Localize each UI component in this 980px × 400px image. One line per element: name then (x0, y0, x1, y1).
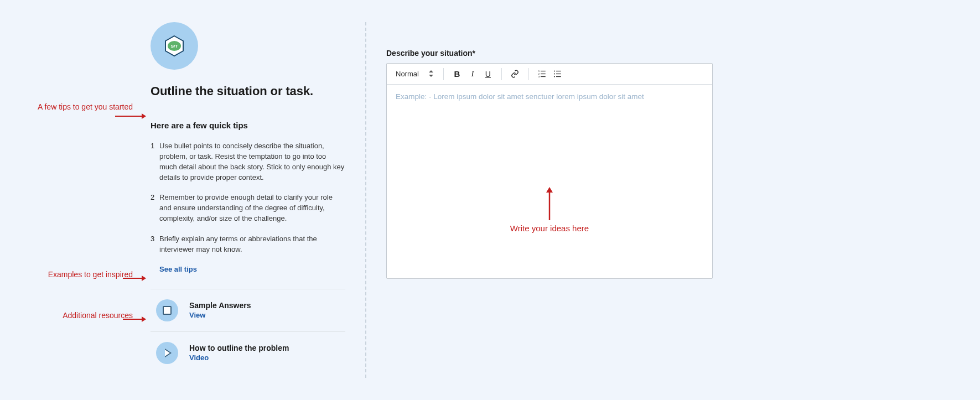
tip-item: 3 Briefly explain any terms or abbreviat… (151, 234, 345, 255)
underline-button[interactable]: U (481, 67, 495, 81)
toolbar-separator (528, 68, 529, 80)
tip-number: 1 (151, 141, 159, 183)
svg-marker-3 (142, 276, 146, 281)
bold-button[interactable]: B (450, 67, 464, 81)
svg-text:1: 1 (538, 70, 540, 72)
toolbar-separator (443, 68, 444, 80)
ordered-list-button[interactable]: 1 2 3 (536, 67, 549, 81)
svg-marker-23 (546, 187, 553, 193)
svg-marker-10 (429, 75, 433, 77)
italic-button[interactable]: I (466, 67, 479, 81)
format-selected-value: Normal (396, 70, 419, 78)
document-icon (156, 299, 178, 321)
svg-point-18 (554, 74, 555, 75)
svg-marker-5 (142, 316, 146, 322)
resource-how-to-outline[interactable]: How to outline the problem Video (151, 332, 345, 374)
svg-text:3: 3 (538, 75, 540, 78)
arrow-right-icon (115, 112, 146, 122)
see-all-tips-link[interactable]: See all tips (159, 265, 345, 273)
editor-toolbar: Normal B I U (387, 64, 712, 85)
svg-marker-9 (429, 70, 433, 72)
tip-text: Briefly explain any terms or abbreviatio… (159, 234, 345, 255)
right-panel: Describe your situation* Normal B I U (386, 22, 713, 378)
tip-item: 2 Remember to provide enough detail to c… (151, 193, 345, 224)
arrow-right-icon (123, 274, 146, 284)
field-label: Describe your situation* (386, 49, 713, 58)
play-icon (156, 342, 178, 364)
tip-item: 1 Use bullet points to concisely describ… (151, 141, 345, 183)
annotation-resources: Additional resources (11, 311, 133, 320)
resource-sample-answers[interactable]: Sample Answers View (151, 289, 345, 332)
unordered-list-button[interactable] (551, 67, 564, 81)
tips-header: Here are a few quick tips (151, 121, 345, 130)
tip-number: 2 (151, 193, 159, 224)
tip-text: Use bullet points to concisely describe … (159, 141, 345, 183)
left-panel: S/T Outline the situation or task. Here … (151, 22, 345, 378)
annotation-write-here: Write your ideas here (387, 187, 712, 233)
annotation-tips-text: A few tips to get you started (38, 102, 133, 111)
svg-point-19 (554, 76, 555, 77)
toolbar-separator (501, 68, 502, 80)
annotation-write-here-text: Write your ideas here (510, 224, 589, 233)
resource-title: How to outline the problem (189, 344, 289, 352)
tips-list: 1 Use bullet points to concisely describ… (151, 141, 345, 273)
arrow-up-icon (546, 187, 553, 220)
annotation-examples-text: Examples to get inspired (48, 270, 133, 279)
svg-point-17 (554, 71, 555, 72)
left-annotation-column: A few tips to get you started Examples t… (11, 22, 144, 378)
resource-action-link[interactable]: Video (189, 354, 289, 362)
arrow-right-icon (123, 315, 146, 325)
rich-text-editor: Normal B I U (386, 63, 713, 279)
annotation-examples: Examples to get inspired (11, 270, 133, 279)
st-hex-icon: S/T (163, 35, 185, 57)
tip-number: 3 (151, 234, 159, 255)
annotation-resources-text: Additional resources (63, 311, 133, 320)
resource-title: Sample Answers (189, 301, 251, 310)
editor-textarea[interactable]: Example: - Lorem ipsum dolor sit amet se… (387, 85, 712, 278)
annotation-tips: A few tips to get you started (11, 102, 133, 111)
svg-text:S/T: S/T (171, 44, 178, 49)
tip-text: Remember to provide enough detail to cla… (159, 193, 345, 224)
resource-action-link[interactable]: View (189, 311, 251, 319)
st-badge: S/T (151, 22, 198, 70)
svg-marker-1 (142, 113, 146, 119)
link-button[interactable] (509, 67, 522, 81)
svg-text:2: 2 (538, 72, 540, 75)
page-title: Outline the situation or task. (151, 84, 345, 98)
editor-placeholder: Example: - Lorem ipsum dolor sit amet se… (396, 92, 703, 101)
format-select[interactable]: Normal (392, 70, 437, 78)
chevron-updown-icon (429, 70, 433, 78)
vertical-divider (365, 22, 366, 378)
